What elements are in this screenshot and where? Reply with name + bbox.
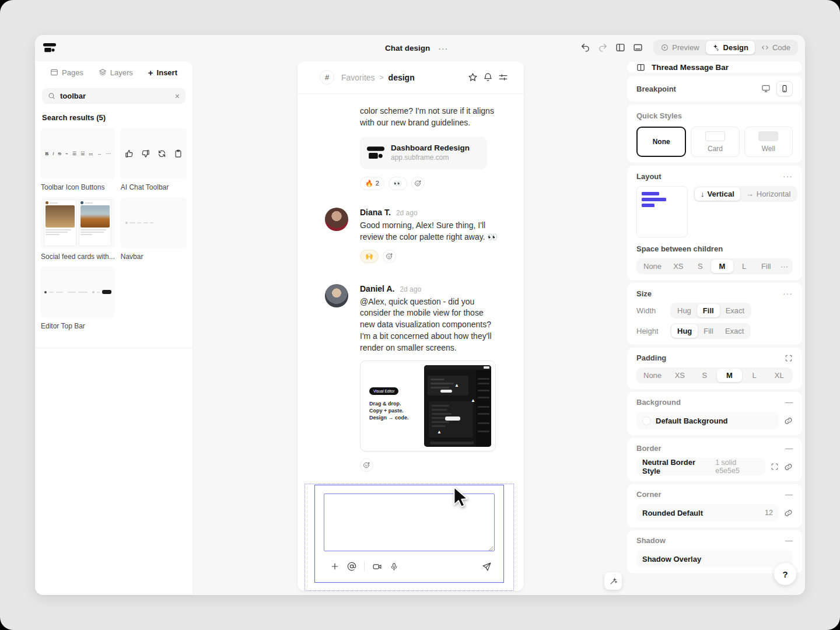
width-fill[interactable]: Fill [697, 304, 720, 317]
clear-search-icon[interactable]: × [175, 92, 180, 101]
breakpoint-desktop-button[interactable] [758, 81, 774, 96]
design-canvas[interactable]: # Favorites > design color scheme? I'm n… [298, 61, 524, 591]
height-hug[interactable]: Hug [671, 324, 698, 338]
tab-layers[interactable]: Layers [99, 68, 133, 77]
padding-m[interactable]: M [717, 369, 742, 382]
section-label: Size [636, 289, 652, 298]
link-preview-card[interactable]: Dashboard Redesign app.subframe.com [360, 136, 487, 169]
height-fill[interactable]: Fill [698, 324, 719, 338]
reaction-eyes[interactable]: 👀 [388, 177, 407, 190]
tab-insert[interactable]: + Insert [148, 68, 177, 78]
component-search-input[interactable]: toolbar × [42, 88, 186, 104]
height-label: Height [636, 327, 670, 335]
help-button[interactable]: ? [774, 563, 796, 585]
breakpoint-mobile-button[interactable] [776, 81, 793, 96]
spacing-fill[interactable]: Fill [755, 260, 777, 273]
corner-value-row[interactable]: Rounded Default 12 [636, 504, 779, 522]
columns-icon [636, 63, 645, 72]
section-label: Background [636, 398, 681, 407]
reaction-fire[interactable]: 🔥2 [360, 177, 384, 190]
spacing-xs[interactable]: XS [667, 260, 690, 273]
padding-xs[interactable]: XS [667, 369, 692, 382]
result-ai-chat-toolbar[interactable]: AI Chat Toolbar [121, 128, 187, 191]
send-icon[interactable] [482, 562, 492, 572]
message-timestamp: 2d ago [396, 209, 418, 217]
border-sides-icon[interactable] [771, 463, 779, 471]
border-value-row[interactable]: Neutral Border Style 1 solid e5e5e5 [636, 458, 765, 475]
star-icon[interactable] [468, 72, 478, 82]
spacing-s[interactable]: S [690, 260, 712, 273]
result-navbar[interactable]: Navbar [121, 197, 187, 261]
design-sparkle-icon [712, 44, 720, 51]
mention-icon[interactable] [347, 562, 356, 571]
shadow-value-row[interactable]: Shadow Overlay [636, 550, 793, 568]
spacing-m[interactable]: M [711, 260, 733, 273]
result-thumbnail [41, 267, 115, 318]
spacing-none[interactable]: None [638, 260, 667, 273]
breadcrumb-chevron-icon: > [380, 74, 384, 82]
bell-icon[interactable] [483, 72, 493, 82]
quick-style-card[interactable]: Card [691, 127, 739, 157]
microphone-icon[interactable] [390, 562, 398, 571]
toggle-bottom-panel-button[interactable] [630, 40, 645, 55]
size-section: Size ··· Width Hug Fill Exact Height Hug… [627, 283, 802, 345]
padding-s[interactable]: S [692, 369, 718, 382]
result-toolbar-icon-buttons[interactable]: BIS⌁☰☱⚏↔⋯ Toolbar Icon Buttons [41, 128, 115, 191]
layout-menu-icon[interactable]: ··· [783, 172, 793, 181]
tab-design[interactable]: Design [706, 41, 755, 54]
spacing-l[interactable]: L [733, 260, 755, 273]
resize-grip-icon[interactable] [488, 546, 494, 551]
background-value-row[interactable]: Default Background [636, 412, 779, 429]
add-reaction-button[interactable] [360, 459, 373, 472]
magic-wand-button[interactable] [604, 572, 622, 590]
breadcrumb-current[interactable]: design [388, 73, 415, 82]
quick-style-none[interactable]: None [636, 127, 686, 157]
size-menu-icon[interactable]: ··· [783, 289, 793, 298]
link-token-icon[interactable] [784, 463, 793, 471]
remove-corner-icon[interactable]: — [785, 490, 793, 499]
remove-border-icon[interactable]: — [785, 444, 793, 453]
remove-shadow-icon[interactable]: — [785, 536, 793, 545]
remove-background-icon[interactable]: — [785, 398, 793, 407]
result-label: Toolbar Icon Buttons [41, 183, 115, 191]
add-attachment-icon[interactable] [330, 562, 340, 571]
video-icon[interactable] [372, 562, 382, 572]
add-reaction-button[interactable] [411, 177, 425, 190]
width-hug[interactable]: Hug [671, 304, 697, 317]
result-thumbnail: BIS⌁☰☱⚏↔⋯ [41, 128, 115, 179]
padding-l[interactable]: L [742, 369, 767, 382]
width-exact[interactable]: Exact [720, 304, 751, 317]
title-menu-icon[interactable]: ··· [438, 44, 448, 53]
tab-code[interactable]: Code [755, 41, 797, 54]
breadcrumb-parent[interactable]: Favorites [341, 73, 375, 82]
quick-style-well[interactable]: Well [744, 127, 793, 157]
add-reaction-button[interactable] [383, 250, 396, 263]
avatar[interactable] [325, 284, 348, 307]
height-exact[interactable]: Exact [719, 324, 750, 338]
link-token-icon[interactable] [784, 416, 793, 425]
thread-message-bar-component[interactable] [314, 485, 504, 583]
reaction-raised-hands[interactable]: 🙌 [360, 250, 379, 263]
result-social-feed-cards[interactable]: Social feed cards with... [41, 197, 115, 261]
redo-button[interactable] [595, 40, 610, 55]
spacing-more-icon[interactable]: ··· [777, 260, 792, 273]
result-editor-top-bar[interactable]: Editor Top Bar [41, 267, 115, 330]
undo-button[interactable] [578, 40, 593, 55]
avatar[interactable] [325, 208, 348, 231]
link-token-icon[interactable] [784, 509, 793, 517]
height-segment: Hug Fill Exact [670, 323, 751, 339]
toggle-left-panel-button[interactable] [612, 40, 628, 55]
padding-none[interactable]: None [638, 369, 667, 382]
subframe-logo-icon[interactable] [43, 41, 56, 54]
padding-sides-icon[interactable] [785, 354, 793, 362]
tab-preview[interactable]: Preview [654, 41, 705, 54]
layout-horizontal-option[interactable]: →Horizontal [740, 187, 797, 201]
layout-vertical-option[interactable]: ↓Vertical [695, 187, 740, 201]
message-author[interactable]: Daniel A. [360, 284, 394, 293]
padding-xl[interactable]: XL [766, 369, 792, 382]
attachment-card[interactable]: Visual Editor Drag & drop. Copy + paste.… [360, 360, 496, 452]
message-author[interactable]: Diana T. [360, 208, 391, 217]
tab-pages[interactable]: Pages [50, 68, 83, 77]
settings-sliders-icon[interactable] [498, 72, 508, 82]
card-preview [705, 131, 725, 141]
